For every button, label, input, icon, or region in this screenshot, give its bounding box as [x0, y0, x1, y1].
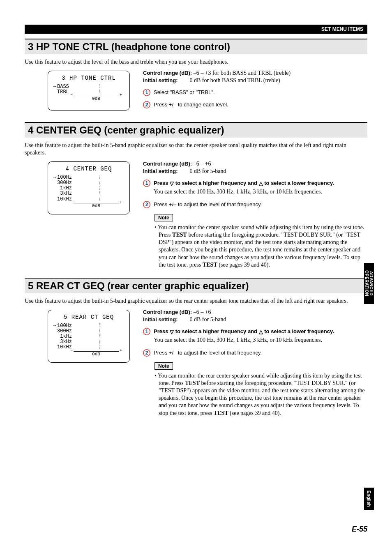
side-tab-language-text: English — [367, 491, 371, 507]
sec3-step1: Select "BASS" or "TRBL". — [154, 89, 367, 96]
sec4-is-label: Initial setting: — [143, 168, 188, 174]
sec5-step1-a: Press — [154, 328, 170, 334]
sec4-note-label: Note — [154, 214, 173, 221]
side-tab-advanced: ADVANCED OPERATION — [364, 263, 374, 304]
step-number-2-icon: 2 — [143, 349, 150, 357]
sec4-heading: 4 CENTER GEQ (center graphic equalizer) — [25, 122, 367, 138]
down-triangle-icon: ▽ — [170, 328, 174, 336]
sec5-note-label: Note — [154, 362, 173, 370]
step-number-2-icon: 2 — [143, 101, 150, 108]
sec5-cr-label: Control range (dB): — [143, 309, 192, 315]
sec4-cr-label: Control range (dB): — [143, 161, 192, 167]
sec4-lcd-zero: 0dB — [74, 203, 119, 208]
sec5-heading: 5 REAR CT GEQ (rear center graphic equal… — [25, 278, 367, 293]
sec4-step1-sub: You can select the 100 Hz, 300 Hz, 1 kHz… — [154, 188, 367, 196]
sec5-cr-value: –6 – +6 — [194, 309, 211, 315]
step-number-1-icon: 1 — [143, 180, 150, 187]
sec4-cr-value: –6 – +6 — [194, 161, 211, 167]
sec4-lcd-title: 4 CENTER GEQ — [53, 166, 125, 172]
header-bar: SET MENU ITEMS — [25, 25, 367, 34]
up-triangle-icon: △ — [259, 180, 263, 187]
sec3-heading: 3 HP TONE CTRL (headphone tone control) — [25, 39, 367, 54]
sec3-lcd-title: 3 HP TONE CTRL — [53, 75, 125, 81]
side-tab-advanced-text: ADVANCED OPERATION — [364, 270, 374, 296]
sec4-step1-a: Press — [154, 180, 170, 186]
sec5-intro: Use this feature to adjust the built-in … — [25, 297, 367, 305]
sec5-lcd-zero: 0dB — [74, 352, 119, 357]
sec4-is-value: 0 dB for 5-band — [190, 168, 226, 174]
svg-text:1: 1 — [145, 180, 148, 186]
sec5-step1-c: to select a lower frequency. — [263, 328, 334, 334]
step-number-1-icon: 1 — [143, 89, 150, 96]
sec4-step1-b: to select a higher frequency and — [174, 180, 259, 186]
sec3-is-value: 0 dB for both BASS and TRBL (treble) — [190, 77, 281, 83]
sec3-step2: Press +/– to change each level. — [154, 101, 367, 108]
sec3-cr-label: Control range (dB): — [143, 70, 192, 76]
sec4-step1: Press ▽ to select a higher frequency and… — [154, 180, 367, 196]
sec5-step1: Press ▽ to select a higher frequency and… — [154, 328, 367, 344]
svg-text:2: 2 — [145, 202, 148, 207]
sec3-is-label: Initial setting: — [143, 77, 188, 83]
sec5-is-label: Initial setting: — [143, 316, 188, 322]
sec5-lcd-r1: 100Hz — [57, 323, 74, 329]
svg-text:1: 1 — [145, 90, 148, 95]
sec5-lcd-title: 5 REAR CT GEQ — [53, 314, 125, 320]
header-bar-text: SET MENU ITEMS — [321, 26, 363, 32]
sec5-note: • You can monitor the rear center speake… — [154, 372, 367, 417]
svg-text:2: 2 — [145, 350, 148, 356]
side-tab-language: English — [364, 488, 374, 510]
svg-text:1: 1 — [145, 329, 148, 334]
step-number-2-icon: 2 — [143, 201, 150, 208]
sec3-lcd-r1: BASS — [57, 84, 74, 90]
sec5-step2: Press +/– to adjust the level of that fr… — [154, 349, 367, 357]
sec5-step1-sub: You can select the 100 Hz, 300 Hz, 1 kHz… — [154, 336, 367, 344]
sec4-step1-c: to select a lower frequency. — [263, 180, 334, 186]
sec5-step1-b: to select a higher frequency and — [174, 328, 259, 334]
sec5-is-value: 0 dB for 5-band — [190, 316, 226, 322]
sec3-intro: Use this feature to adjust the level of … — [25, 58, 367, 66]
sec5-lcd: 5 REAR CT GEQ →100Hz 300Hz 1kHz 3kHz 10k… — [48, 310, 130, 362]
sec3-lcd-zero: 0dB — [74, 96, 119, 101]
sec4-note: • You can monitor the center speaker sou… — [154, 224, 367, 269]
sec4-intro: Use this feature to adjust the built-in … — [25, 142, 367, 157]
sec3-cr-value: –6 – +3 for both BASS and TRBL (treble) — [194, 70, 291, 76]
up-triangle-icon: △ — [259, 328, 263, 336]
svg-text:2: 2 — [145, 102, 148, 108]
sec3-lcd: 3 HP TONE CTRL →BASS TRBL −+ 0dB — [48, 71, 130, 111]
sec4-lcd: 4 CENTER GEQ →100Hz 300Hz 1kHz 3kHz 10kH… — [48, 161, 130, 214]
step-number-1-icon: 1 — [143, 328, 150, 335]
sec4-lcd-r4: 3kHz — [57, 191, 74, 196]
page-number: E-55 — [352, 525, 367, 534]
sec5-lcd-r2: 300Hz — [57, 329, 74, 334]
down-triangle-icon: ▽ — [170, 180, 174, 187]
sec4-step2: Press +/– to adjust the level of that fr… — [154, 201, 367, 208]
